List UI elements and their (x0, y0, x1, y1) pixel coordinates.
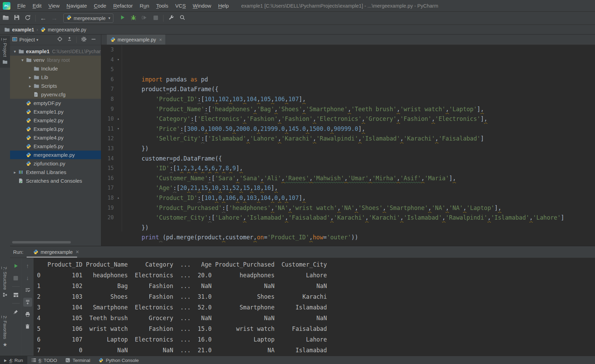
line-number[interactable]: 9 (101, 104, 114, 114)
tree-item-venv[interactable]: ▾ venv library root (10, 56, 101, 64)
code-line-15[interactable]: 15 'Product_ID':[101,0,106,0,103,104,0,0… (101, 163, 595, 173)
run-console[interactable]: Product_ID Product_Name Category ... Age… (34, 258, 595, 356)
code-editor[interactable]: 3 import pandas as pd 4 ▾ product=pd.Dat… (101, 45, 595, 223)
pin-tab-button[interactable] (11, 307, 20, 316)
tree-item-lib[interactable]: ▸ Lib (10, 73, 101, 82)
collapse-all-icon[interactable] (67, 36, 72, 43)
code-line-20[interactable]: 20 (101, 213, 595, 223)
locate-file-icon[interactable] (57, 36, 63, 43)
editor-tab-mergeexample[interactable]: mergeexample.py × (107, 35, 165, 45)
tree-item-scripts[interactable]: ▸ Scripts (10, 82, 101, 90)
code-line-11[interactable]: 11 ▾ customer=pd.DataFrame({ (101, 124, 595, 134)
project-hscrollbar[interactable] (12, 241, 71, 243)
stop-button[interactable] (11, 274, 20, 282)
tree-item-example2-py[interactable]: Example2.py (10, 116, 101, 125)
tree-item-emptydf-py[interactable]: emptyDF.py (10, 99, 101, 107)
restore-layout-button[interactable] (11, 290, 20, 299)
statusbar-terminal[interactable]: Terminal (61, 356, 94, 364)
run-button[interactable] (118, 14, 127, 23)
code-line-12[interactable]: 12 'ID':[1,2,3,4,5,6,7,8,9], (101, 134, 595, 144)
tree-item-external-libraries[interactable]: ▸ External Libraries (10, 168, 101, 176)
chevron-down-icon[interactable]: ▾ (36, 38, 38, 42)
line-number[interactable]: 17 (101, 183, 114, 193)
debug-button[interactable] (129, 14, 138, 23)
project-panel-title[interactable]: Project (19, 37, 35, 42)
statusbar-4-run[interactable]: ▶ 4: Run (0, 356, 27, 364)
search-button[interactable] (177, 14, 187, 23)
menu-run[interactable]: Run (136, 0, 153, 11)
menu-code[interactable]: Code (91, 0, 110, 11)
line-number[interactable]: 12 (101, 134, 114, 144)
sidebar-tab-structure[interactable]: 7: Structure (0, 267, 10, 298)
code-line-6[interactable]: 6 'Product_Name':['headphones','Bag','Sh… (101, 75, 595, 85)
code-line-7[interactable]: 7 'Category':['Electronics','Fashion','F… (101, 84, 595, 94)
run-tab-mergeexample[interactable]: mergeexample ✕ (31, 246, 82, 258)
menu-edit[interactable]: Edit (29, 0, 45, 11)
tree-item-example4-py[interactable]: Example4.py (10, 133, 101, 142)
fold-marker-icon[interactable]: ▾ (114, 55, 122, 65)
statusbar-6-todo[interactable]: 6: TODO (27, 356, 62, 364)
tree-item-pyvenv-cfg[interactable]: pyvenv.cfg (10, 90, 101, 99)
stop-button[interactable] (151, 14, 160, 23)
menu-help[interactable]: Help (215, 0, 232, 11)
close-icon[interactable]: ✕ (75, 249, 79, 255)
breadcrumb-project[interactable]: example1 (12, 27, 34, 32)
soft-wrap-button[interactable] (23, 286, 32, 295)
fold-marker-icon[interactable]: ▴ (114, 114, 122, 124)
line-number[interactable]: 6 (101, 75, 114, 85)
code-line-5[interactable]: 5 'Product_ID':[101,102,103,104,105,106,… (101, 65, 595, 75)
code-line-13[interactable]: 13 'Customer_Name':['Sara','Sana','Ali',… (101, 144, 595, 154)
sync-button[interactable] (23, 14, 32, 23)
menu-file[interactable]: File (14, 0, 29, 11)
code-line-3[interactable]: 3 import pandas as pd (101, 45, 595, 55)
menu-vcs[interactable]: VCS (172, 0, 189, 11)
code-line-14[interactable]: 14 'Age':[20,21,15,10,31,52,15,18,16], (101, 154, 595, 164)
scroll-to-end-button[interactable] (23, 298, 32, 307)
breadcrumb-file[interactable]: mergeexample.py (48, 27, 86, 32)
hide-panel-icon[interactable] (91, 37, 96, 43)
run-configuration-select[interactable]: mergeexample ▾ (63, 13, 113, 23)
statusbar-python-console[interactable]: Python Console (94, 356, 143, 364)
line-number[interactable]: 4 (101, 55, 114, 65)
tree-item-example1-py[interactable]: Example1.py (10, 107, 101, 116)
sidebar-tab-favorites[interactable]: 2: Favorites ★ (0, 316, 10, 348)
print-button[interactable] (23, 310, 32, 319)
line-number[interactable]: 19 (101, 203, 114, 213)
tree-item-example1[interactable]: ▾ example1 C:\Users\DELL\Pycharm (10, 47, 101, 56)
line-number[interactable]: 5 (101, 65, 114, 75)
coverage-button[interactable] (140, 14, 149, 23)
code-line-19[interactable]: 19 print (pd.merge(product,customer,on='… (101, 203, 595, 213)
code-line-10[interactable]: 10 ▴ }) (101, 114, 595, 124)
menu-tools[interactable]: Tools (153, 0, 172, 11)
code-line-9[interactable]: 9 'Seller_City':['Islamabad','Lahore','K… (101, 104, 595, 114)
down-stacktrace-button[interactable]: ↓ (23, 274, 32, 282)
line-number[interactable]: 16 (101, 173, 114, 183)
menu-navigate[interactable]: Navigate (63, 0, 90, 11)
tree-item-example5-py[interactable]: Example5.py (10, 142, 101, 151)
code-line-4[interactable]: 4 ▾ product=pd.DataFrame({ (101, 55, 595, 65)
code-line-17[interactable]: 17 'Customer_City':['Lahore','Islamabad'… (101, 183, 595, 193)
tree-item-scratches-and-consoles[interactable]: Scratches and Consoles (10, 176, 101, 185)
rerun-button[interactable] (11, 261, 20, 270)
code-line-8[interactable]: 8 'Price':[300.0,1000.50,2000.0,21999.0,… (101, 94, 595, 104)
line-number[interactable]: 8 (101, 94, 114, 104)
line-number[interactable]: 15 (101, 163, 114, 173)
sidebar-tab-project[interactable]: 1: Project (0, 36, 10, 68)
line-number[interactable]: 7 (101, 84, 114, 94)
edit-config-button[interactable] (166, 14, 176, 23)
save-button[interactable] (12, 14, 21, 23)
line-number[interactable]: 18 (101, 193, 114, 203)
tree-item-include[interactable]: Include (10, 64, 101, 73)
tree-item-example3-py[interactable]: Example3.py (10, 125, 101, 133)
tree-item-mergeexample-py[interactable]: mergeexample.py (10, 151, 101, 159)
line-number[interactable]: 10 (101, 114, 114, 124)
line-number[interactable]: 11 (101, 124, 114, 134)
settings-gear-icon[interactable] (81, 36, 87, 44)
open-button[interactable] (1, 14, 10, 23)
code-line-16[interactable]: 16 'Product_Purchased':['headphones','NA… (101, 173, 595, 183)
menu-refactor[interactable]: Refactor (110, 0, 136, 11)
up-stacktrace-button[interactable]: ↑ (23, 261, 32, 270)
code-line-18[interactable]: 18 ▴ }) (101, 193, 595, 203)
menu-view[interactable]: View (45, 0, 63, 11)
line-number[interactable]: 3 (101, 45, 114, 55)
